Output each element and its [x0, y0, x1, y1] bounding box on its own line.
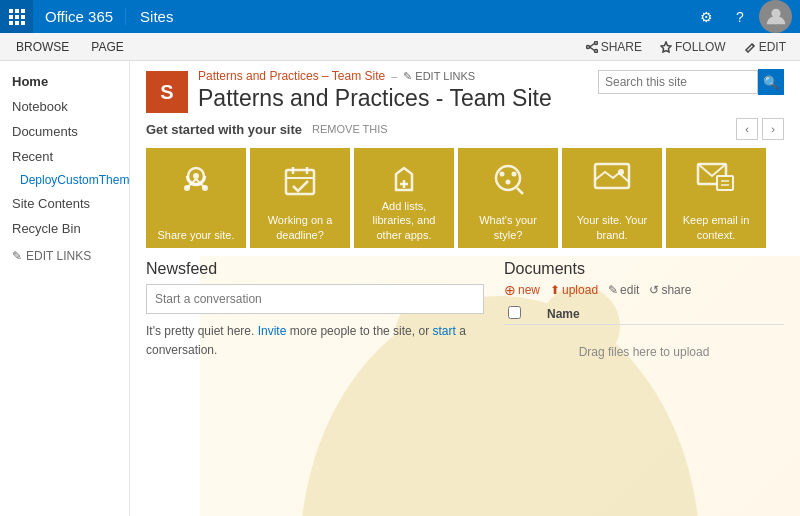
sidebar-item-recent[interactable]: Recent: [0, 144, 129, 169]
sidebar: Home Notebook Documents Recent DeployCus…: [0, 61, 130, 516]
doc-edit-button[interactable]: ✎ edit: [608, 283, 639, 297]
svg-rect-41: [717, 176, 733, 190]
help-icon[interactable]: ?: [725, 0, 755, 33]
svg-rect-6: [9, 21, 13, 25]
svg-point-35: [500, 172, 505, 177]
svg-rect-2: [21, 9, 25, 13]
follow-button[interactable]: FOLLOW: [654, 40, 732, 54]
edit-label: EDIT: [759, 40, 786, 54]
nav-bar: BROWSE PAGE SHARE FOLLOW EDIT: [0, 33, 800, 61]
browse-tab[interactable]: BROWSE: [8, 33, 77, 61]
get-started-header: Get started with your site REMOVE THIS ‹…: [146, 118, 784, 140]
doc-upload-button[interactable]: ⬆ upload: [550, 283, 598, 297]
tile-email-icon: [695, 160, 737, 199]
svg-point-36: [512, 172, 517, 177]
tiles-next-button[interactable]: ›: [762, 118, 784, 140]
svg-marker-15: [661, 42, 671, 52]
tile-share[interactable]: Share your site.: [146, 148, 246, 248]
tiles-prev-button[interactable]: ‹: [736, 118, 758, 140]
svg-rect-19: [400, 381, 480, 501]
svg-point-23: [193, 173, 199, 179]
svg-point-12: [586, 45, 589, 48]
svg-point-34: [496, 166, 520, 190]
table-row: Drag files here to upload: [504, 325, 784, 380]
sidebar-item-notebook[interactable]: Notebook: [0, 94, 129, 119]
tile-deadline-label: Working on a deadline?: [256, 213, 344, 242]
documents-title: Documents: [504, 260, 784, 278]
svg-line-14: [589, 47, 594, 51]
tile-deadline[interactable]: Working on a deadline?: [250, 148, 350, 248]
share-button[interactable]: SHARE: [580, 40, 648, 54]
doc-new-button[interactable]: ⊕ new: [504, 282, 540, 298]
sidebar-item-deploycustomtheme[interactable]: DeployCustomTheme: [0, 169, 129, 191]
follow-label: FOLLOW: [675, 40, 726, 54]
newsfeed-section: Newsfeed It's pretty quiet here. Invite …: [146, 260, 484, 379]
tile-apps-icon: [384, 160, 424, 203]
newsfeed-hint: It's pretty quiet here. Invite more peop…: [146, 322, 484, 360]
sidebar-edit-links[interactable]: ✎ EDIT LINKS: [0, 241, 129, 271]
pencil-icon-small: ✎: [403, 70, 412, 83]
doc-name-header: Name: [543, 304, 784, 325]
svg-rect-1: [15, 9, 19, 13]
tiles-row: Share your site. Working on a deadline?: [146, 148, 784, 248]
site-title: Patterns and Practices - Team Site: [198, 85, 784, 112]
user-avatar[interactable]: [759, 0, 792, 33]
content-area: 🔍 S Patterns and Practices – Team Site –…: [130, 61, 800, 516]
doc-actions: ⊕ new ⬆ upload ✎ edit ↺ share: [504, 282, 784, 298]
sidebar-item-sitecontents[interactable]: Site Contents: [0, 191, 129, 216]
edit-links-button[interactable]: ✎ EDIT LINKS: [403, 70, 475, 83]
invite-link[interactable]: Invite: [258, 324, 287, 338]
start-link[interactable]: start: [432, 324, 455, 338]
edit-icon-small: ✎: [608, 283, 618, 297]
svg-point-37: [506, 180, 511, 185]
doc-table: Name Drag files here to upload: [504, 304, 784, 379]
tile-email[interactable]: Keep email in context.: [666, 148, 766, 248]
sidebar-item-home[interactable]: Home: [0, 69, 129, 94]
app-title: Office 365: [33, 8, 126, 25]
get-started-title: Get started with your site: [146, 122, 302, 137]
tile-email-label: Keep email in context.: [672, 213, 760, 242]
sharepoint-logo: S: [146, 71, 188, 113]
newsfeed-title: Newsfeed: [146, 260, 484, 278]
sites-label[interactable]: Sites: [126, 8, 187, 25]
share-icon-small: ↺: [649, 283, 659, 297]
tile-share-label: Share your site.: [157, 228, 234, 242]
gear-icon[interactable]: ⚙: [691, 0, 721, 33]
doc-share-button[interactable]: ↺ share: [649, 283, 691, 297]
svg-rect-7: [15, 21, 19, 25]
svg-point-11: [594, 49, 597, 52]
svg-line-16: [752, 44, 754, 46]
sidebar-item-recyclebin[interactable]: Recycle Bin: [0, 216, 129, 241]
main-wrapper: Home Notebook Documents Recent DeployCus…: [0, 61, 800, 516]
waffle-icon[interactable]: [0, 0, 33, 33]
tile-brand[interactable]: Your site. Your brand.: [562, 148, 662, 248]
svg-rect-5: [21, 15, 25, 19]
breadcrumb-sep: –: [391, 70, 397, 82]
top-icons: ⚙ ?: [691, 0, 800, 33]
remove-this-button[interactable]: REMOVE THIS: [312, 123, 388, 135]
get-started-section: Get started with your site REMOVE THIS ‹…: [130, 118, 800, 248]
svg-point-10: [594, 41, 597, 44]
tile-share-icon: [175, 162, 217, 207]
tile-brand-label: Your site. Your brand.: [568, 213, 656, 242]
breadcrumb[interactable]: Patterns and Practices – Team Site: [198, 69, 385, 83]
page-tab[interactable]: PAGE: [83, 33, 131, 61]
newsfeed-input[interactable]: [146, 284, 484, 314]
pencil-icon: ✎: [12, 249, 22, 263]
svg-rect-0: [9, 9, 13, 13]
doc-select-all[interactable]: [508, 306, 521, 319]
tile-apps[interactable]: Add lists, libraries, and other apps.: [354, 148, 454, 248]
bottom-content: Newsfeed It's pretty quiet here. Invite …: [130, 248, 800, 379]
svg-rect-4: [15, 15, 19, 19]
share-label: SHARE: [601, 40, 642, 54]
sidebar-item-documents[interactable]: Documents: [0, 119, 129, 144]
plus-icon: ⊕: [504, 282, 516, 298]
upload-icon: ⬆: [550, 283, 560, 297]
svg-rect-21: [545, 366, 615, 496]
doc-drag-hint: Drag files here to upload: [504, 325, 784, 380]
edit-button[interactable]: EDIT: [738, 40, 792, 54]
svg-line-13: [589, 43, 594, 47]
tile-style[interactable]: What's your style?: [458, 148, 558, 248]
tile-brand-icon: [591, 160, 633, 199]
tiles-navigation: ‹ ›: [736, 118, 784, 140]
